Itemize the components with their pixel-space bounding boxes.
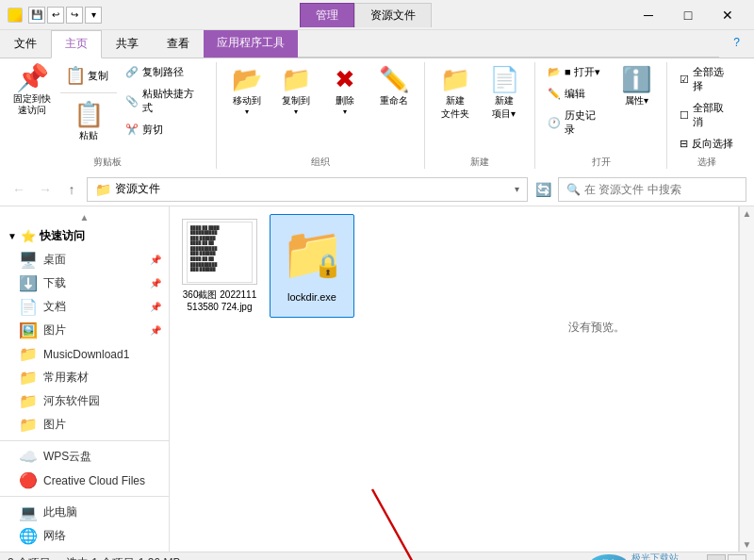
- edit-icon: ✏️: [548, 88, 561, 100]
- sidebar-item-desktop[interactable]: 🖥️ 桌面 📌: [0, 248, 169, 272]
- move-to-button[interactable]: 📂 移动到 ▾: [224, 62, 270, 119]
- sidebar-item-this-pc[interactable]: 💻 此电脑: [0, 501, 169, 524]
- no-preview-text: 没有预览。: [568, 320, 625, 336]
- refresh-button[interactable]: 🔄: [532, 178, 554, 201]
- sidebar-item-common[interactable]: 📁 常用素材: [0, 366, 169, 389]
- scrollbar-down[interactable]: ▼: [741, 537, 754, 552]
- sidebar-item-pictures-label: 图片: [43, 322, 66, 338]
- select-group-inner: ☑ 全部选择 ☐ 全部取消 ⊟ 反向选择: [675, 62, 739, 154]
- sidebar-item-musicdownload-label: MusicDownload1: [43, 348, 129, 361]
- title-tab-manage[interactable]: 管理: [300, 3, 354, 27]
- edit-button[interactable]: ✏️ 编辑: [543, 84, 610, 104]
- rename-button[interactable]: ✏️ 重命名: [371, 62, 417, 110]
- title-bar: 💾 ↩ ↪ ▾ 管理 资源文件 ─ □ ✕: [0, 0, 754, 30]
- sidebar-item-pictures2-label: 图片: [43, 417, 66, 433]
- file-thumbnail-screenshot: ████ ██ ████ ██████████ ███ ██████ ████ …: [182, 219, 257, 285]
- maximize-button[interactable]: □: [669, 2, 707, 28]
- scrollbar-up[interactable]: ▲: [741, 206, 754, 221]
- address-dropdown-icon[interactable]: ▾: [515, 184, 519, 194]
- paste-quick-button[interactable]: 📎 粘贴快捷方式: [121, 84, 208, 118]
- pin-to-quickaccess-button[interactable]: 📌 固定到快速访问: [8, 62, 57, 119]
- file-item-screenshot[interactable]: ████ ██ ████ ██████████ ███ ██████ ████ …: [177, 214, 262, 318]
- deselect-all-button[interactable]: ☐ 全部取消: [675, 98, 739, 132]
- forward-button[interactable]: →: [34, 178, 57, 201]
- new-group-label: 新建: [470, 154, 489, 169]
- lockdir-lock-icon: 🔒: [314, 253, 342, 279]
- sidebar-item-pictures2[interactable]: 📁 图片: [0, 413, 169, 436]
- invert-select-button[interactable]: ⊟ 反向选择: [675, 134, 739, 154]
- watermark: 极光 极光下载站 www.xz.com: [590, 552, 684, 560]
- sidebar-item-wps-label: WPS云盘: [43, 449, 91, 465]
- move-to-label: 移动到: [233, 94, 261, 107]
- copy-path-button[interactable]: 🔗 复制路径: [121, 62, 208, 82]
- sidebar-item-documents[interactable]: 📄 文档 📌: [0, 295, 169, 319]
- open-label: ■ 打开▾: [565, 65, 600, 79]
- copy-to-button[interactable]: 📁 复制到 ▾: [273, 62, 319, 119]
- search-icon: 🔍: [566, 183, 581, 196]
- redo-quick-btn[interactable]: ↪: [66, 7, 83, 24]
- hedong-icon: 📁: [19, 392, 38, 410]
- copy-path-label: 复制路径: [142, 65, 184, 79]
- invert-icon: ⊟: [680, 138, 688, 150]
- creative-cloud-icon: 🔴: [19, 471, 38, 489]
- save-quick-btn[interactable]: 💾: [28, 7, 45, 24]
- paste-button[interactable]: 📋 粘贴: [60, 97, 117, 145]
- quick-access-arrow: ▼: [8, 231, 17, 241]
- sidebar-item-downloads[interactable]: ⬇️ 下载 📌: [0, 272, 169, 295]
- minimize-button[interactable]: ─: [630, 2, 667, 28]
- new-item-button[interactable]: 📄 新建项目▾: [482, 62, 527, 124]
- address-folder-icon: 📁: [95, 182, 111, 197]
- tab-home[interactable]: 主页: [51, 30, 102, 58]
- open-button[interactable]: 📂 ■ 打开▾: [543, 62, 610, 82]
- copy-button[interactable]: 📋 复制: [60, 62, 117, 89]
- arrow-annotation: [344, 480, 457, 560]
- pin-icon: 📌: [16, 65, 49, 91]
- copy-to-arrow: ▾: [294, 107, 298, 116]
- view-mode-buttons: ≡ ⊞: [707, 554, 746, 561]
- back-button[interactable]: ←: [8, 178, 30, 201]
- sidebar-item-hedong[interactable]: 📁 河东软件园: [0, 389, 169, 413]
- tab-app-tools[interactable]: 应用程序工具: [204, 30, 298, 58]
- sidebar-scroll-up[interactable]: ▲: [0, 210, 169, 224]
- sidebar-item-wps[interactable]: ☁️ WPS云盘: [0, 445, 169, 469]
- select-all-button[interactable]: ☑ 全部选择: [675, 62, 739, 96]
- sidebar-scroll-down[interactable]: ▼: [0, 548, 169, 552]
- sidebar-item-musicdownload[interactable]: 📁 MusicDownload1: [0, 342, 169, 366]
- quick-access-label: 快速访问: [40, 228, 85, 244]
- sidebar-item-network[interactable]: 🌐 网络: [0, 524, 169, 548]
- ribbon-tabs: 文件 主页 共享 查看 应用程序工具 ?: [0, 30, 754, 58]
- svg-line-1: [372, 489, 419, 560]
- up-button[interactable]: ↑: [60, 178, 83, 201]
- sidebar-item-creative-cloud[interactable]: 🔴 Creative Cloud Files: [0, 469, 169, 492]
- paste-icon: 📋: [74, 100, 104, 129]
- invert-label: 反向选择: [692, 137, 733, 151]
- tab-share[interactable]: 共享: [102, 30, 153, 58]
- title-tab-resource[interactable]: 资源文件: [354, 3, 432, 27]
- close-button[interactable]: ✕: [709, 2, 746, 28]
- ribbon-content: 📌 固定到快速访问 📋 复制 📋 粘贴 🔗 复: [0, 58, 754, 173]
- downloads-pin-icon: 📌: [150, 278, 161, 288]
- history-button[interactable]: 🕐 历史记录: [543, 106, 610, 140]
- paste-label: 粘贴: [79, 129, 98, 142]
- tab-view[interactable]: 查看: [153, 30, 204, 58]
- details-view-button[interactable]: ≡: [707, 554, 726, 561]
- tab-file[interactable]: 文件: [0, 30, 51, 58]
- quick-access-header[interactable]: ▼ ⭐ 快速访问: [0, 224, 169, 248]
- clipboard-group-label: 剪贴板: [93, 154, 122, 169]
- help-button[interactable]: ?: [719, 30, 754, 58]
- undo-quick-btn[interactable]: ↩: [47, 7, 64, 24]
- sidebar-item-pictures[interactable]: 🖼️ 图片 📌: [0, 319, 169, 342]
- scrollbar[interactable]: ▲ ▼: [739, 206, 754, 552]
- common-icon: 📁: [19, 369, 38, 387]
- cut-button[interactable]: ✂️ 剪切: [121, 120, 208, 140]
- delete-button[interactable]: ✖ 删除 ▾: [322, 62, 368, 119]
- address-box[interactable]: 📁 资源文件 ▾: [87, 177, 528, 202]
- doc-preview: ████ ██ ████ ██████████ ███ ██████ ████ …: [187, 222, 253, 283]
- large-icon-view-button[interactable]: ⊞: [728, 554, 746, 561]
- file-item-lockdir[interactable]: 📁 🔒 lockdir.exe: [270, 214, 354, 318]
- new-item-icon: 📄: [489, 65, 519, 94]
- more-quick-btn[interactable]: ▾: [85, 7, 102, 24]
- properties-button[interactable]: ℹ️ 属性▾: [614, 62, 659, 110]
- search-input[interactable]: [584, 183, 738, 196]
- new-folder-button[interactable]: 📁 新建文件夹: [433, 62, 478, 124]
